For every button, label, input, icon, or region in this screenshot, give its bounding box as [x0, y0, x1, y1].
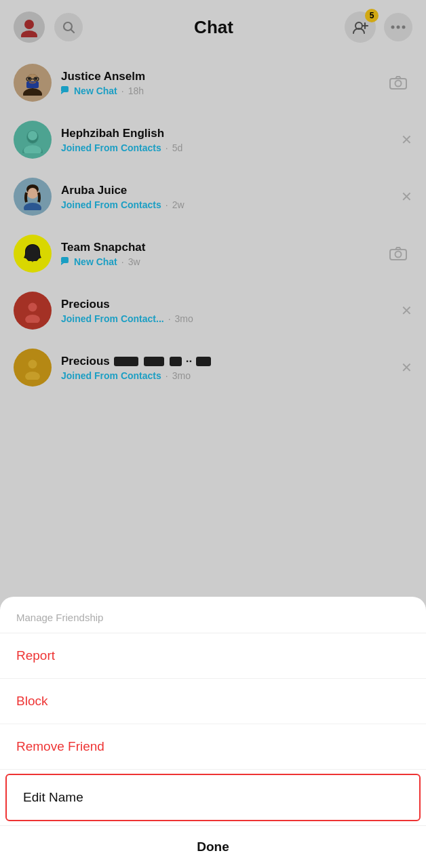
report-item[interactable]: Report — [0, 633, 426, 679]
done-bar[interactable]: Done — [0, 825, 426, 868]
manage-friendship-sheet: Manage Friendship Report Block Remove Fr… — [0, 597, 426, 868]
block-item[interactable]: Block — [0, 679, 426, 724]
block-label: Block — [16, 694, 410, 709]
edit-name-item[interactable]: Edit Name — [5, 774, 421, 821]
edit-name-label: Edit Name — [23, 790, 403, 805]
done-label: Done — [16, 840, 410, 854]
sheet-title: Manage Friendship — [16, 612, 410, 623]
remove-friend-label: Remove Friend — [16, 739, 410, 754]
sheet-header: Manage Friendship — [0, 597, 426, 633]
report-label: Report — [16, 648, 410, 663]
remove-friend-item[interactable]: Remove Friend — [0, 724, 426, 770]
